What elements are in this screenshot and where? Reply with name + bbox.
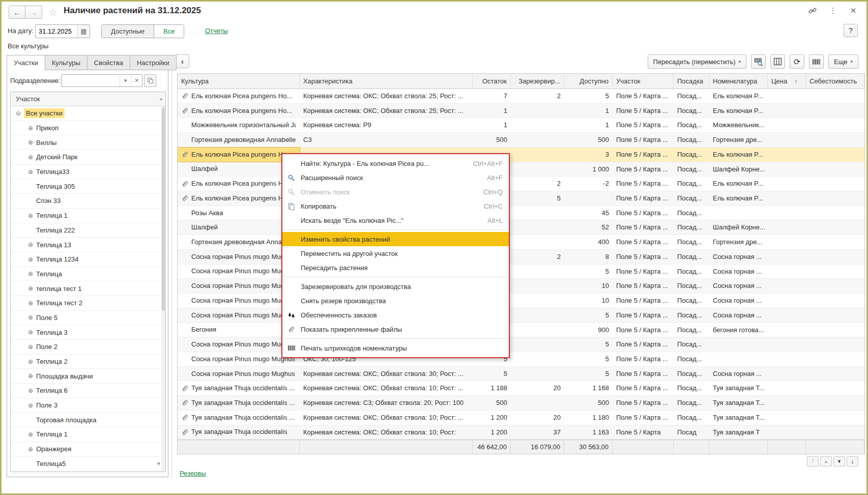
- calendar-icon[interactable]: ▦: [77, 25, 90, 38]
- date-input[interactable]: [36, 25, 77, 38]
- reserves-link[interactable]: Резервы: [180, 470, 206, 477]
- tree-item[interactable]: ⊕ Теплица 1: [11, 209, 165, 223]
- tree-item[interactable]: ⊖ Все участки: [11, 106, 165, 121]
- expander-icon[interactable]: ⊕: [28, 431, 36, 438]
- sidebar-tab[interactable]: Настройки: [130, 55, 177, 70]
- context-menu-item[interactable]: Расширенный поиск Alt+F: [282, 170, 509, 185]
- col-reserved[interactable]: Зарезервир...: [511, 74, 564, 89]
- table-row[interactable]: Сосна горная Pinus mugo Mughus ОКС; 30; …: [178, 352, 864, 367]
- tree-item[interactable]: ⊕ Теплица33: [11, 165, 165, 180]
- panel-splitter[interactable]: [171, 55, 172, 477]
- tree-item[interactable]: ⊕ Поле 3: [11, 398, 165, 413]
- tree-item[interactable]: Теплица5 ▼: [11, 457, 165, 472]
- tree-item[interactable]: ⊕ Прикоп: [11, 121, 165, 136]
- tree-item[interactable]: ⊕ Теплица 2: [11, 355, 165, 369]
- tree-item[interactable]: ⊕ Теплица 13: [11, 238, 165, 252]
- barcode-scan-button[interactable]: [751, 54, 766, 69]
- tree-item[interactable]: ⊕ Теплица тест 2: [11, 296, 165, 311]
- expander-icon[interactable]: ⊕: [28, 314, 36, 321]
- department-input[interactable]: [62, 75, 120, 86]
- sidebar-tab[interactable]: Участки: [7, 55, 45, 70]
- col-plot[interactable]: Участок: [613, 74, 674, 89]
- table-row[interactable]: Гортензия древовидная Annabelle C3 500 5…: [178, 133, 864, 148]
- tree-item[interactable]: ⊕ теплица тест 1: [11, 281, 165, 296]
- forward-button[interactable]: →: [25, 6, 42, 19]
- back-button[interactable]: ←: [9, 6, 25, 19]
- expander-icon[interactable]: ⊕: [28, 300, 36, 307]
- col-characteristic[interactable]: Характеристика: [300, 74, 473, 89]
- tree-item[interactable]: ⊕ Теплица 1234: [11, 252, 165, 267]
- department-open-button[interactable]: [144, 74, 156, 87]
- table-row[interactable]: Туя западная Thuja occidentalis ... Корн…: [178, 396, 864, 411]
- expander-icon[interactable]: ⊕: [28, 285, 36, 292]
- col-remainder[interactable]: Остаток: [473, 74, 511, 89]
- table-row[interactable]: Туя западная Thuja occidentalis ... Корн…: [178, 411, 864, 425]
- context-menu-item[interactable]: Найти: Культура - Ель колючая Picea pu..…: [282, 156, 509, 170]
- context-menu-item[interactable]: Искать везде "Ель колючая Pic..." Alt+L: [282, 213, 509, 227]
- expander-icon[interactable]: ⊕: [28, 125, 36, 132]
- table-row[interactable]: Ель колючая Picea pungens Ho... Корневая…: [178, 104, 864, 119]
- table-row[interactable]: Шалфей 1 000 Поле 5 / Карта ... Посад...…: [178, 162, 864, 177]
- expander-icon[interactable]: ⊕: [28, 241, 36, 248]
- expander-icon[interactable]: ⊕: [28, 212, 36, 219]
- table-row[interactable]: Сосна горная Pinus mugo Mughus 5 Поле 5 …: [178, 308, 864, 323]
- table-row[interactable]: Можжевельник горизонтальный Juni... Корн…: [178, 118, 864, 133]
- tree-item[interactable]: ⊕ Поле 5: [11, 311, 165, 326]
- window-menu-icon[interactable]: ⋮: [828, 6, 838, 16]
- expander-icon[interactable]: ⊕: [28, 358, 36, 365]
- col-available[interactable]: Доступно: [564, 74, 613, 89]
- table-row[interactable]: Бегония 900 Поле 5 / Карта ... Посад... …: [178, 323, 864, 338]
- tree-header[interactable]: Участок ▲: [11, 92, 165, 106]
- col-price[interactable]: Цена↑: [768, 74, 806, 89]
- expander-icon[interactable]: ⊕: [28, 154, 36, 161]
- transplant-button[interactable]: Пересадить (переместить) ▾: [648, 54, 746, 69]
- table-row[interactable]: Сосна горная Pinus mugo Mughus 5 Поле 5 …: [178, 337, 864, 352]
- tree-item[interactable]: ⊕ Поле 2: [11, 340, 165, 355]
- expander-icon[interactable]: ⊕: [28, 343, 36, 351]
- col-cost[interactable]: Себестоимость: [806, 74, 864, 89]
- table-row[interactable]: Ель колючая Picea pungens H 3 Поле 5 / К…: [178, 148, 864, 162]
- context-menu-item[interactable]: Пересадить растения: [282, 260, 509, 275]
- context-menu-item[interactable]: Отменить поиск Ctrl+Q: [282, 185, 509, 199]
- close-icon[interactable]: ✕: [848, 6, 858, 16]
- columns-settings-button[interactable]: [770, 54, 785, 69]
- sidebar-tab[interactable]: Свойства: [87, 55, 130, 70]
- col-nomenclature[interactable]: Номенклатура: [709, 74, 768, 89]
- barcode-print-button[interactable]: [809, 54, 824, 69]
- table-row[interactable]: Сосна горная Pinus mugo Mughus 10 Поле 5…: [178, 294, 864, 308]
- tree-item[interactable]: ⊕ Теплица 1: [11, 427, 165, 442]
- link-icon[interactable]: [807, 6, 818, 16]
- table-row[interactable]: Сосна горная Pinus mugo Mughus 5 Поле 5 …: [178, 265, 864, 279]
- refresh-button[interactable]: ⟳: [790, 54, 804, 69]
- context-menu-item[interactable]: Переместить на другой участок: [282, 246, 509, 260]
- table-row[interactable]: Шалфей 52 Поле 5 / Карта ... Посад... Ша…: [178, 220, 864, 235]
- tree-item[interactable]: Спэн 33: [11, 194, 165, 209]
- expander-icon[interactable]: ⊕: [28, 168, 36, 176]
- context-menu-item[interactable]: Изменить свойства растений: [282, 232, 509, 246]
- expander-icon[interactable]: ⊕: [28, 402, 36, 409]
- expander-icon[interactable]: ⊕: [28, 270, 36, 277]
- table-row[interactable]: Гортензия древовидная Annabell 400 Поле …: [178, 235, 864, 250]
- tree-scrollbar[interactable]: [161, 106, 165, 472]
- tree-item[interactable]: Торговая площадка: [11, 413, 165, 427]
- context-menu-item[interactable]: Снять резерв производства: [282, 294, 509, 308]
- expander-icon[interactable]: ⊕: [28, 139, 36, 146]
- expander-icon[interactable]: ⊖: [16, 110, 24, 117]
- tree-item[interactable]: Теплица 305: [11, 179, 165, 194]
- context-menu-item[interactable]: Зарезервировать для производства: [282, 279, 509, 294]
- tree-scrollbar-thumb[interactable]: [162, 107, 165, 311]
- context-menu-item[interactable]: Копировать Ctrl+C: [282, 199, 509, 213]
- col-planting[interactable]: Посадка: [674, 74, 709, 89]
- combo-clear-icon[interactable]: ✕: [131, 75, 142, 86]
- tree-item[interactable]: ⊕ Площадка выдачи: [11, 369, 165, 384]
- table-row[interactable]: Ель колючая Picea pungens H 5 Поле 5 / К…: [178, 191, 864, 206]
- reports-link[interactable]: Отчеты: [205, 27, 228, 35]
- tree-item[interactable]: ⊕ Теплица: [11, 267, 165, 282]
- tree-item[interactable]: ⊕ Оранжерея: [11, 442, 165, 457]
- favorite-star-icon[interactable]: ☆: [48, 6, 57, 18]
- col-culture[interactable]: Культура: [178, 74, 300, 89]
- go-down-button[interactable]: ▼: [833, 456, 845, 467]
- expander-icon[interactable]: ⊕: [28, 329, 36, 336]
- table-row[interactable]: Сосна горная Pinus mugo Mughus 10 Поле 5…: [178, 279, 864, 294]
- expander-icon[interactable]: ⊕: [28, 446, 36, 453]
